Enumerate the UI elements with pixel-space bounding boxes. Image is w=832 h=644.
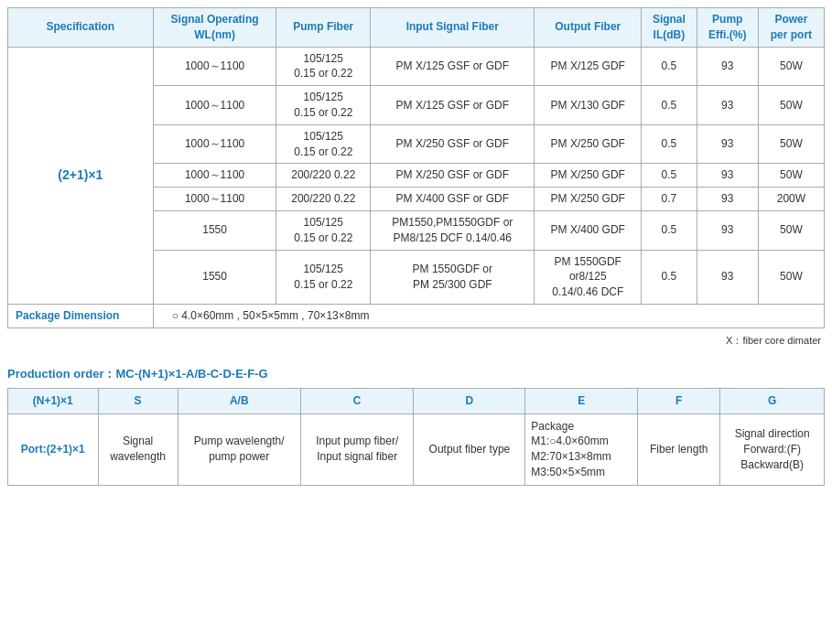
row-effi: 93 <box>697 250 758 304</box>
spec-label: (2+1)×1 <box>8 47 154 304</box>
prod-f: Fiber length <box>638 413 720 485</box>
production-table: (N+1)×1SA/BCDEFG Port:(2+1)×1Signalwavel… <box>7 388 825 486</box>
row-output: PM 1550GDFor8/1250.14/0.46 DCF <box>535 250 642 304</box>
row-il: 0.5 <box>642 164 697 188</box>
row-pump: 105/1250.15 or 0.22 <box>276 47 371 86</box>
prod-col-header-0: (N+1)×1 <box>8 388 99 413</box>
row-pump: 105/1250.15 or 0.22 <box>276 124 371 164</box>
row-wl: 1000～1100 <box>153 164 276 188</box>
prod-ab: Pump wavelength/pump power <box>178 413 300 485</box>
col-header-wl: Signal OperatingWL(nm) <box>153 8 276 48</box>
row-wl: 1000～1100 <box>153 47 276 86</box>
row-input: PM 1550GDF orPM 25/300 GDF <box>371 250 535 304</box>
note-text: X：fiber core dimater <box>7 334 825 348</box>
row-il: 0.5 <box>642 210 697 250</box>
row-pump: 105/1250.15 or 0.22 <box>276 250 371 304</box>
col-header-specification: Specification <box>8 8 154 48</box>
row-effi: 93 <box>697 188 758 211</box>
prod-s: Signalwavelength <box>98 413 178 485</box>
row-input: PM X/125 GSF or GDF <box>371 86 535 125</box>
row-pump: 200/220 0.22 <box>276 164 371 188</box>
row-input: PM X/250 GSF or GDF <box>371 164 535 188</box>
row-effi: 93 <box>697 124 758 164</box>
prod-e: PackageM1:○4.0×60mmM2:70×13×8mmM3:50×5×5… <box>525 413 638 485</box>
row-il: 0.5 <box>642 47 697 86</box>
row-output: PM X/250 GDF <box>535 124 642 164</box>
prod-col-header-3: C <box>300 388 414 413</box>
row-output: PM X/400 GDF <box>535 210 642 250</box>
row-il: 0.5 <box>642 86 697 125</box>
row-output: PM X/250 GDF <box>535 188 642 211</box>
row-pump: 200/220 0.22 <box>276 188 371 211</box>
row-pump: 105/1250.15 or 0.22 <box>276 86 371 125</box>
row-power: 200W <box>758 188 824 211</box>
row-il: 0.5 <box>642 124 697 164</box>
col-header-input: Input Signal Fiber <box>371 8 535 48</box>
row-input: PM X/125 GSF or GDF <box>371 47 535 86</box>
col-header-il: SignalIL(dB) <box>642 8 697 48</box>
row-pump: 105/1250.15 or 0.22 <box>276 210 371 250</box>
port-label: Port:(2+1)×1 <box>8 413 99 485</box>
row-effi: 93 <box>697 164 758 188</box>
row-input: PM X/400 GSF or GDF <box>371 188 535 211</box>
row-power: 50W <box>758 86 824 125</box>
row-wl: 1550 <box>153 250 276 304</box>
prod-c: Input pump fiber/Input signal fiber <box>300 413 414 485</box>
row-il: 0.5 <box>642 250 697 304</box>
row-output: PM X/250 GDF <box>535 164 642 188</box>
prod-g: Signal directionForward:(F)Backward(B) <box>720 413 825 485</box>
row-input: PM1550,PM1550GDF orPM8/125 DCF 0.14/0.46 <box>371 210 535 250</box>
prod-col-header-1: S <box>98 388 178 413</box>
col-header-pump: Pump Fiber <box>276 8 371 48</box>
row-power: 50W <box>758 250 824 304</box>
prod-order-title: Production order：MC-(N+1)×1-A/B-C-D-E-F-… <box>7 366 825 382</box>
row-power: 50W <box>758 210 824 250</box>
row-wl: 1550 <box>153 210 276 250</box>
row-effi: 93 <box>697 47 758 86</box>
row-power: 50W <box>758 164 824 188</box>
prod-col-header-7: G <box>720 388 825 413</box>
row-wl: 1000～1100 <box>153 86 276 125</box>
specification-table: Specification Signal OperatingWL(nm) Pum… <box>7 7 825 328</box>
pkg-label: Package Dimension <box>8 304 154 327</box>
row-power: 50W <box>758 47 824 86</box>
prod-col-header-2: A/B <box>178 388 300 413</box>
row-effi: 93 <box>697 210 758 250</box>
prod-d: Output fiber type <box>414 413 525 485</box>
row-output: PM X/125 GDF <box>535 47 642 86</box>
row-effi: 93 <box>697 86 758 125</box>
col-header-effi: PumpEffi.(%) <box>697 8 758 48</box>
row-input: PM X/250 GSF or GDF <box>371 124 535 164</box>
prod-col-header-6: F <box>638 388 720 413</box>
row-wl: 1000～1100 <box>153 124 276 164</box>
row-power: 50W <box>758 124 824 164</box>
row-output: PM X/130 GDF <box>535 86 642 125</box>
row-il: 0.7 <box>642 188 697 211</box>
col-header-power: Powerper port <box>758 8 824 48</box>
prod-col-header-4: D <box>414 388 525 413</box>
col-header-output: Output Fiber <box>535 8 642 48</box>
row-wl: 1000～1100 <box>153 188 276 211</box>
prod-col-header-5: E <box>525 388 638 413</box>
pkg-value: ○ 4.0×60mm , 50×5×5mm , 70×13×8mm <box>153 304 824 327</box>
